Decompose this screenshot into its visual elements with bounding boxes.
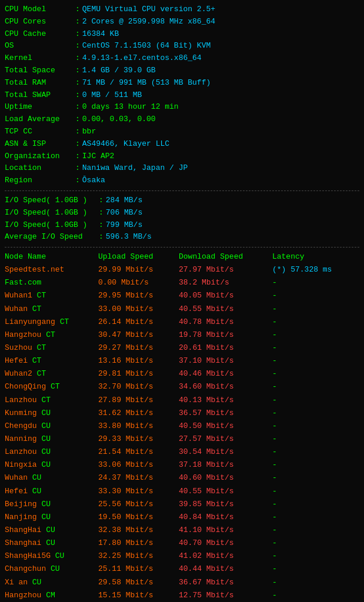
download-cell: 19.78 Mbit/s bbox=[179, 329, 272, 342]
info-label: Region bbox=[5, 175, 75, 187]
download-cell: 39.85 Mbit/s bbox=[179, 498, 272, 511]
speedtest-row: Wuhan2 CT29.81 Mbit/s40.46 Mbit/s- bbox=[5, 367, 359, 380]
io-value: 284 MB/s bbox=[106, 195, 142, 207]
sysinfo-row: Region: Ōsaka bbox=[5, 175, 359, 187]
speedtest-row: Wuhan1 CT29.95 Mbit/s40.05 Mbit/s- bbox=[5, 289, 359, 302]
isp-tag: CU bbox=[37, 422, 51, 430]
upload-cell: 33.06 Mbit/s bbox=[98, 459, 179, 471]
info-colon: : bbox=[75, 65, 80, 77]
node-name: Suzhou bbox=[5, 343, 32, 352]
download-cell: 41.10 Mbit/s bbox=[179, 524, 272, 537]
speedtest-row: Wuhan CT33.00 Mbit/s40.55 Mbit/s- bbox=[5, 303, 359, 316]
upload-cell: 29.33 Mbit/s bbox=[98, 433, 179, 446]
speedtest-row: Chengdu CU33.80 Mbit/s40.50 Mbit/s- bbox=[5, 420, 359, 433]
node-name: Hefei bbox=[5, 356, 28, 365]
isp-tag: CT bbox=[32, 291, 46, 300]
node-name-cell: Lianyungang CT bbox=[5, 316, 98, 329]
node-name-cell: Xi an CU bbox=[5, 576, 98, 589]
upload-cell: 13.16 Mbit/s bbox=[98, 354, 179, 367]
io-row: I/O Speed( 1.0GB ): 799 MB/s bbox=[5, 219, 359, 232]
info-colon: : bbox=[75, 40, 80, 52]
download-cell: 37.18 Mbit/s bbox=[179, 459, 272, 471]
download-cell: 20.61 Mbit/s bbox=[179, 342, 272, 354]
info-colon: : bbox=[75, 126, 80, 138]
speedtest-row: Speedtest.net29.99 Mbit/s27.97 Mbit/s(*)… bbox=[5, 263, 359, 276]
download-cell: 30.54 Mbit/s bbox=[179, 446, 272, 459]
latency-cell: - bbox=[272, 380, 359, 393]
info-label: Kernel bbox=[5, 52, 75, 65]
info-label: OS bbox=[5, 40, 75, 52]
latency-cell: - bbox=[272, 563, 359, 576]
sysinfo-row: TCP CC: bbr bbox=[5, 126, 359, 138]
latency-cell: - bbox=[272, 498, 359, 511]
upload-cell: 29.81 Mbit/s bbox=[98, 367, 179, 380]
sysinfo-row: Load Average: 0.00, 0.03, 0.00 bbox=[5, 113, 359, 126]
info-value: CentOS 7.1.1503 (64 Bit) KVM bbox=[82, 40, 211, 52]
speedtest-col-node: Node Name bbox=[5, 251, 98, 263]
node-name-cell: Fast.com bbox=[5, 276, 98, 289]
sysinfo-row: ASN & ISP: AS49466, Klayer LLC bbox=[5, 138, 359, 150]
info-colon: : bbox=[75, 52, 80, 65]
node-name: Hangzhou bbox=[5, 591, 41, 600]
sysinfo-row: CPU Cache: 16384 KB bbox=[5, 28, 359, 41]
node-name-cell: Chengdu CU bbox=[5, 420, 98, 433]
info-label: Total SWAP bbox=[5, 89, 75, 102]
info-label: CPU Model bbox=[5, 4, 75, 16]
node-name: Chengdu bbox=[5, 422, 37, 430]
speedtest-row: Shanghai CU17.80 Mbit/s40.70 Mbit/s- bbox=[5, 537, 359, 550]
node-name-cell: Lanzhou CT bbox=[5, 394, 98, 407]
download-cell: 40.55 Mbit/s bbox=[179, 485, 272, 498]
speedtest-row: ShangHai5G CU32.25 Mbit/s41.02 Mbit/s- bbox=[5, 550, 359, 563]
info-value: Naniwa Ward, Japan / JP bbox=[82, 162, 188, 175]
download-cell: 40.44 Mbit/s bbox=[179, 563, 272, 576]
speedtest-row: ShangHai CU32.38 Mbit/s41.10 Mbit/s- bbox=[5, 524, 359, 537]
node-name: Kunming bbox=[5, 409, 37, 417]
io-value: 596.3 MB/s bbox=[106, 231, 152, 243]
node-name-cell: Beijing CU bbox=[5, 498, 98, 511]
info-value: bbr bbox=[82, 126, 96, 138]
node-name: Lianyungang bbox=[5, 317, 55, 326]
io-label: I/O Speed( 1.0GB ) bbox=[5, 207, 99, 219]
info-label: ASN & ISP bbox=[5, 138, 75, 150]
node-name-cell: Nanning CU bbox=[5, 433, 98, 446]
speedtest-row: Hefei CU33.30 Mbit/s40.55 Mbit/s- bbox=[5, 485, 359, 498]
upload-cell: 19.50 Mbit/s bbox=[98, 511, 179, 524]
info-colon: : bbox=[75, 162, 80, 175]
node-name-cell: Hefei CU bbox=[5, 485, 98, 498]
node-name-cell: ShangHai5G CU bbox=[5, 550, 98, 563]
node-name: ShangHai5G bbox=[5, 551, 51, 560]
info-colon: : bbox=[75, 150, 80, 163]
download-cell: 38.2 Mbit/s bbox=[179, 276, 272, 289]
info-colon: : bbox=[75, 16, 80, 28]
upload-cell: 29.58 Mbit/s bbox=[98, 576, 179, 589]
node-name: Hangzhou bbox=[5, 330, 41, 339]
info-value: QEMU Virtual CPU version 2.5+ bbox=[82, 4, 215, 16]
speedtest-row: Lianyungang CT26.14 Mbit/s40.78 Mbit/s- bbox=[5, 316, 359, 329]
latency-cell: - bbox=[272, 446, 359, 459]
node-name-cell: Shanghai CU bbox=[5, 537, 98, 550]
isp-tag: CU bbox=[37, 460, 51, 469]
latency-cell: - bbox=[272, 459, 359, 471]
download-cell: 40.55 Mbit/s bbox=[179, 303, 272, 316]
speedtest-col-download: Download Speed bbox=[179, 251, 272, 263]
isp-tag: CU bbox=[37, 513, 51, 521]
node-name: Changchun bbox=[5, 564, 46, 573]
upload-cell: 32.25 Mbit/s bbox=[98, 550, 179, 563]
node-name-cell: Wuhan CU bbox=[5, 471, 98, 484]
speedtest-row: Wuhan CU24.37 Mbit/s40.60 Mbit/s- bbox=[5, 471, 359, 484]
download-cell: 40.78 Mbit/s bbox=[179, 316, 272, 329]
speedtest-row: ChongQing CT32.70 Mbit/s34.60 Mbit/s- bbox=[5, 380, 359, 393]
latency-cell: - bbox=[272, 537, 359, 550]
info-value: AS49466, Klayer LLC bbox=[82, 138, 169, 150]
node-name-cell: Kunming CU bbox=[5, 407, 98, 420]
info-label: CPU Cache bbox=[5, 28, 75, 41]
info-value: 1.4 GB / 39.0 GB bbox=[82, 65, 156, 77]
isp-tag: CU bbox=[41, 539, 55, 547]
latency-cell: - bbox=[272, 524, 359, 537]
node-name: Fast.com bbox=[5, 278, 41, 287]
speedtest-section: Node NameUpload SpeedDownload SpeedLaten… bbox=[5, 251, 359, 602]
info-label: Location bbox=[5, 162, 75, 175]
info-value: 0 days 13 hour 12 min bbox=[82, 101, 179, 113]
node-name: Hefei bbox=[5, 487, 28, 496]
latency-cell: - bbox=[272, 276, 359, 289]
